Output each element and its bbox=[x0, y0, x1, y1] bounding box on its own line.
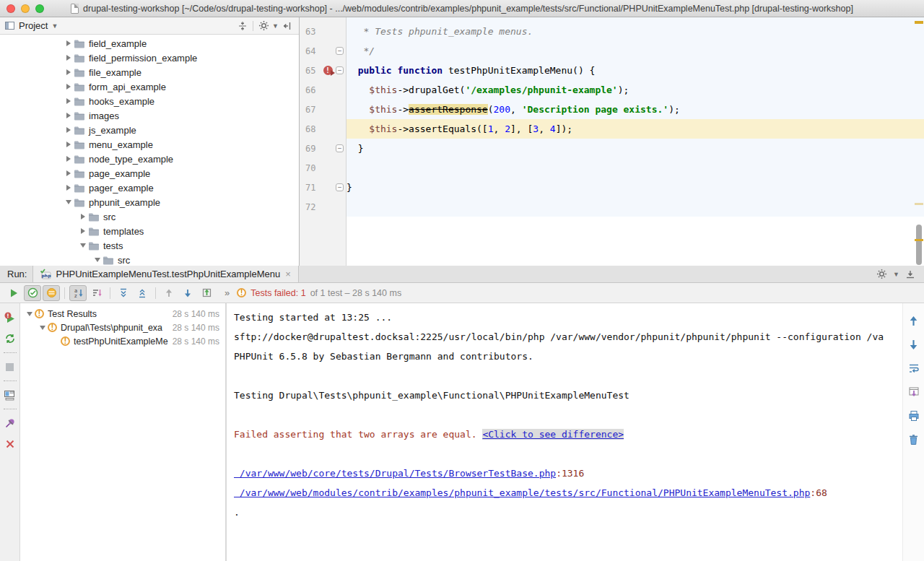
editor-line[interactable]: } bbox=[346, 139, 924, 158]
project-tree-item[interactable]: images bbox=[0, 108, 299, 123]
chevron-right-icon[interactable] bbox=[64, 55, 74, 61]
fold-marker[interactable]: − bbox=[336, 66, 344, 74]
expand-all-icon[interactable] bbox=[115, 285, 132, 301]
test-tree-item[interactable]: !Drupal\Tests\phpunit_exa28 s 140 ms bbox=[20, 321, 225, 334]
project-tree-item[interactable]: form_api_example bbox=[0, 79, 299, 94]
project-tree-item[interactable]: phpunit_example bbox=[0, 195, 299, 209]
chevron-down-icon[interactable] bbox=[38, 326, 48, 330]
hide-panel-icon[interactable] bbox=[279, 19, 295, 33]
fold-marker[interactable]: − bbox=[336, 183, 344, 191]
scroll-from-source-icon[interactable] bbox=[235, 19, 250, 33]
scroll-to-end-icon[interactable] bbox=[907, 385, 921, 399]
fold-marker-icon[interactable]: − bbox=[334, 66, 345, 74]
previous-failed-test-icon[interactable] bbox=[160, 285, 178, 301]
pin-tab-icon[interactable] bbox=[3, 416, 17, 430]
fold-marker-icon[interactable]: − bbox=[334, 47, 345, 55]
project-tree-item[interactable]: js_example bbox=[0, 123, 299, 137]
scrollbar-thumb[interactable] bbox=[916, 225, 922, 265]
close-window-icon[interactable] bbox=[6, 4, 15, 13]
editor-line[interactable]: */ bbox=[346, 41, 924, 61]
chevron-down-icon[interactable] bbox=[64, 200, 74, 204]
editor-line[interactable]: } bbox=[346, 178, 924, 197]
chevron-down-icon[interactable]: ▼ bbox=[51, 22, 58, 30]
rerun-failed-test-gutter-icon[interactable]: ! bbox=[321, 66, 334, 75]
chevron-right-icon[interactable] bbox=[64, 98, 74, 104]
next-failed-test-icon[interactable] bbox=[179, 285, 196, 301]
chevron-right-icon[interactable] bbox=[64, 170, 74, 176]
restore-layout-icon[interactable] bbox=[3, 388, 17, 402]
run-tab[interactable]: php PHPUnitExampleMenuTest.testPhpUnitEx… bbox=[32, 266, 298, 282]
chevron-down-icon[interactable] bbox=[25, 312, 35, 316]
project-tree-item[interactable]: file_example bbox=[0, 65, 299, 79]
chevron-right-icon[interactable] bbox=[64, 69, 74, 75]
close-tab-icon[interactable]: × bbox=[284, 269, 292, 279]
rerun-failed-tests-icon[interactable]: ! bbox=[3, 310, 17, 325]
editor-line[interactable]: $this->assertEquals([1, 2], [3, 4]); bbox=[346, 119, 924, 139]
error-stripe-mark-warning2[interactable] bbox=[915, 239, 923, 241]
minimize-window-icon[interactable] bbox=[21, 4, 30, 13]
chevron-right-icon[interactable] bbox=[64, 142, 74, 147]
chevron-down-icon[interactable] bbox=[92, 258, 103, 262]
toolbar-overflow-chevron[interactable]: » bbox=[225, 287, 230, 298]
project-tree-item[interactable]: field_permission_example bbox=[0, 51, 299, 65]
import-test-results-icon[interactable] bbox=[198, 285, 215, 301]
zoom-window-icon[interactable] bbox=[35, 4, 44, 13]
show-passed-icon[interactable] bbox=[24, 285, 41, 301]
show-ignored-icon[interactable] bbox=[43, 285, 60, 301]
project-tree-item[interactable]: node_type_example bbox=[0, 152, 299, 166]
rerun-icon[interactable] bbox=[3, 331, 17, 346]
project-tree-item[interactable]: menu_example bbox=[0, 137, 299, 152]
project-tree-item[interactable]: templates bbox=[0, 224, 299, 238]
chevron-right-icon[interactable] bbox=[78, 214, 88, 219]
project-tree-item[interactable]: page_example bbox=[0, 166, 299, 181]
editor-line[interactable]: public function testPhpUnitExampleMenu()… bbox=[346, 61, 924, 80]
test-tree-item[interactable]: !testPhpUnitExampleMe28 s 140 ms bbox=[20, 334, 225, 348]
prev-occurrence-icon[interactable] bbox=[907, 313, 921, 328]
project-tree-item[interactable]: tests bbox=[0, 238, 299, 253]
chevron-down-icon[interactable] bbox=[78, 243, 88, 248]
failed-test-badge[interactable]: ! bbox=[323, 66, 333, 75]
project-tree-item[interactable]: hooks_example bbox=[0, 94, 299, 108]
console-output[interactable]: Testing started at 13:25 ...sftp://docke… bbox=[227, 303, 902, 561]
console-link[interactable]: <Click to see difference> bbox=[482, 429, 624, 440]
error-stripe-mark-warning[interactable] bbox=[915, 21, 923, 24]
test-tree-item[interactable]: !Test Results28 s 140 ms bbox=[20, 307, 225, 321]
fold-marker-icon[interactable]: − bbox=[334, 144, 345, 152]
error-stripe-mark-caret[interactable] bbox=[915, 203, 923, 205]
chevron-right-icon[interactable] bbox=[64, 185, 74, 191]
chevron-right-icon[interactable] bbox=[64, 156, 74, 162]
editor-line[interactable] bbox=[346, 158, 924, 178]
fold-marker[interactable]: − bbox=[336, 47, 344, 55]
stop-icon[interactable] bbox=[3, 360, 17, 374]
chevron-right-icon[interactable] bbox=[64, 113, 74, 118]
project-tree-item[interactable]: src bbox=[0, 209, 299, 224]
collapse-all-icon[interactable] bbox=[134, 285, 151, 301]
chevron-right-icon[interactable] bbox=[64, 127, 74, 133]
print-icon[interactable] bbox=[907, 409, 921, 423]
gear-icon[interactable] bbox=[256, 19, 271, 33]
close-icon[interactable] bbox=[3, 437, 17, 451]
chevron-right-icon[interactable] bbox=[64, 84, 74, 90]
editor-line[interactable]: $this->assertResponse(200, 'Description … bbox=[346, 100, 924, 119]
clear-all-icon[interactable] bbox=[907, 432, 921, 447]
console-link[interactable]: /var/www/web/modules/contrib/examples/ph… bbox=[234, 487, 810, 498]
sort-alphabetically-icon[interactable]: az bbox=[69, 285, 87, 301]
project-tree-item[interactable]: field_example bbox=[0, 36, 299, 51]
code-editor[interactable]: 6364−65!−66676869−7071−72 * Tests phpuni… bbox=[300, 17, 924, 266]
editor-line[interactable] bbox=[346, 197, 924, 217]
fold-marker-icon[interactable]: − bbox=[334, 183, 345, 191]
chevron-right-icon[interactable] bbox=[64, 40, 74, 46]
next-occurrence-icon[interactable] bbox=[907, 337, 921, 352]
project-panel-title[interactable]: Project bbox=[19, 20, 48, 31]
project-tree-item[interactable]: pager_example bbox=[0, 181, 299, 195]
chevron-right-icon[interactable] bbox=[78, 228, 88, 234]
sort-by-duration-icon[interactable] bbox=[88, 285, 105, 301]
hide-toolwindow-icon[interactable] bbox=[905, 269, 915, 279]
editor-line[interactable]: * Tests phpunit_example menus. bbox=[346, 22, 924, 41]
project-tree-item[interactable]: src bbox=[0, 253, 299, 266]
console-link[interactable]: /var/www/web/core/tests/Drupal/Tests/Bro… bbox=[234, 468, 556, 479]
editor-line[interactable]: $this->drupalGet('/examples/phpunit-exam… bbox=[346, 80, 924, 100]
gear-icon[interactable] bbox=[876, 269, 887, 279]
fold-marker[interactable]: − bbox=[336, 144, 344, 152]
soft-wrap-icon[interactable] bbox=[907, 361, 921, 375]
